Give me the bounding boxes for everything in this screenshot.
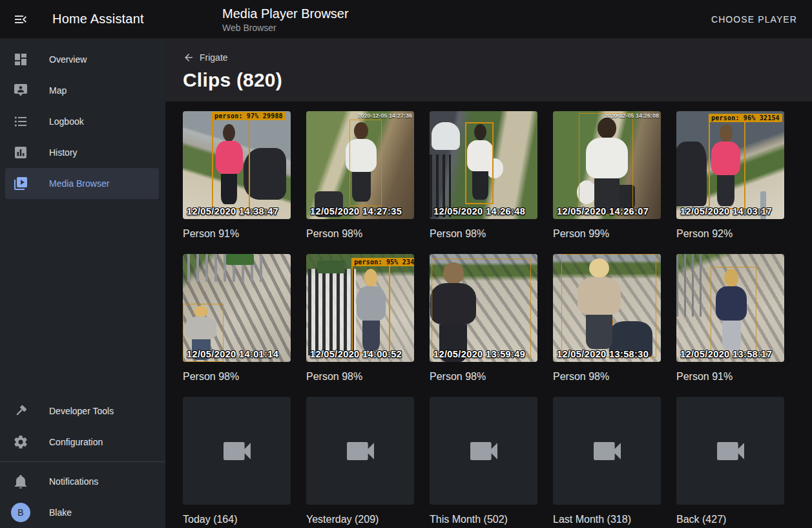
clip-timestamp: 12/05/2020 14:00:52 [310,349,402,359]
menu-open-icon[interactable] [13,12,28,27]
sidebar-item-developer-tools[interactable]: Developer Tools [5,396,159,427]
sidebar-item-map[interactable]: Map [5,75,159,106]
clip-thumbnail: 2020-12-05 14:27:3612/05/2020 14:27:35 [306,111,414,219]
sidebar-item-history[interactable]: History [5,137,159,168]
sidebar-item-label: Logbook [49,116,84,127]
folder-caption: Today (164) [183,513,291,525]
sidebar-item-label: Media Browser [49,178,109,189]
clip-thumbnail: 12/05/2020 14:26:48 [430,111,537,219]
sidebar-item-user[interactable]: B Blake [5,497,159,528]
clip-tile[interactable]: person: 95% 2343212/05/2020 14:00:52 Per… [306,254,414,383]
detection-bounding-box: person: 97% 29988 [212,119,249,209]
clip-timestamp: 12/05/2020 14:26:07 [557,206,649,216]
breadcrumb[interactable]: Frigate [183,52,228,63]
clip-thumbnail: 12/05/2020 13:58:17 [676,254,784,362]
clip-timestamp: 12/05/2020 13:58:17 [680,349,772,359]
clip-thumbnail: 12/05/2020 13:58:30 [553,254,661,362]
folder-tile-back-427[interactable]: Back (427) [676,397,784,525]
user-name: Blake [49,507,72,518]
clip-timestamp: 12/05/2020 14:38:47 [187,206,278,216]
app-title: Home Assistant [52,12,144,26]
hammer-icon [13,403,28,419]
clip-caption: Person 91% [183,227,291,240]
video-camera-icon [466,433,502,469]
camera-osd-top: 2020-12-05 14:27:36 [357,112,412,119]
shell: OverviewMapLogbookHistoryMedia Browser D… [0,39,812,528]
scene-shape [308,269,355,355]
sidebar-main-items: OverviewMapLogbookHistoryMedia Browser [0,44,165,199]
folder-tile-last-month-318[interactable]: Last Month (318) [553,397,661,525]
app-root: Home Assistant Media Player Browser Web … [0,0,812,528]
choose-player-button[interactable]: CHOOSE PLAYER [706,9,802,30]
detection-bounding-box [432,259,531,358]
clip-caption: Person 92% [676,227,784,240]
clip-caption: Person 98% [430,370,537,383]
detection-bounding-box: person: 96% 32154 [709,121,745,209]
content: person: 97% 2998812/05/2020 14:38:47 Per… [165,101,812,528]
video-camera-icon [219,433,255,469]
sidebar-item-label: Map [49,85,67,96]
folder-thumbnail [306,397,414,505]
sidebar-item-configuration[interactable]: Configuration [5,427,159,458]
clip-caption: Person 99% [553,227,661,240]
clip-tile[interactable]: 12/05/2020 13:58:17 Person 91% [676,254,784,383]
sidebar-item-label: Developer Tools [49,406,114,416]
video-camera-icon [713,433,749,469]
folder-thumbnail [183,397,291,505]
clips-title: Clips (820) [183,69,812,91]
sidebar-divider [0,461,165,462]
topbar-left: Home Assistant [0,12,165,27]
clip-timestamp: 12/05/2020 13:58:30 [557,349,649,359]
sidebar: OverviewMapLogbookHistoryMedia Browser D… [0,39,165,528]
format-list-bulleted-icon [13,114,28,129]
sidebar-item-label: Notifications [49,476,98,487]
video-camera-icon [589,433,625,469]
sidebar-item-logbook[interactable]: Logbook [5,106,159,137]
play-box-multiple-icon [13,176,28,191]
sidebar-item-notifications[interactable]: Notifications [5,466,159,497]
page-title: Media Player Browser [222,6,706,21]
clip-caption: Person 98% [306,370,414,383]
sidebar-item-label: Overview [49,54,87,65]
clip-tile[interactable]: 2020-12-05 14:26:0812/05/2020 14:26:07 P… [553,111,661,240]
dialog-header: Media Player Browser Web Browser [165,6,706,33]
clip-tile[interactable]: 12/05/2020 14:26:48 Person 98% [430,111,537,240]
page-subtitle: Web Browser [222,23,706,33]
clip-thumbnail: person: 95% 2343212/05/2020 14:00:52 [306,254,414,362]
folder-tile-yesterday-209[interactable]: Yesterday (209) [306,397,414,525]
clip-tile[interactable]: person: 96% 3215412/05/2020 14:03:17 Per… [676,111,784,240]
folder-caption: Yesterday (209) [306,513,414,525]
arrow-left-icon [183,52,194,63]
sidebar-spacer [0,199,165,396]
clip-timestamp: 12/05/2020 14:03:17 [680,206,772,216]
sidebar-item-label: History [49,147,78,158]
chart-box-icon [13,145,28,160]
folder-thumbnail [676,397,784,505]
detection-bounding-box [349,120,382,206]
folder-thumbnail [553,397,661,505]
clip-tile[interactable]: 12/05/2020 13:58:30 Person 98% [553,254,661,383]
main-header: Frigate Clips (820) [165,39,812,101]
clip-timestamp: 12/05/2020 14:01:14 [187,349,278,359]
tooltip-account-icon [13,83,28,98]
clip-tile[interactable]: 12/05/2020 14:01:14 Person 98% [183,254,291,383]
sidebar-item-overview[interactable]: Overview [5,44,159,75]
video-camera-icon [342,433,379,469]
clip-tile[interactable]: 12/05/2020 13:59:49 Person 98% [430,254,537,383]
clip-timestamp: 12/05/2020 14:26:48 [433,206,525,216]
folder-tile-today-164[interactable]: Today (164) [183,397,291,525]
avatar: B [11,503,30,522]
folder-tile-this-month-502[interactable]: This Month (502) [430,397,537,525]
clip-caption: Person 98% [306,227,414,240]
clip-tile[interactable]: person: 97% 2998812/05/2020 14:38:47 Per… [183,111,291,240]
clip-tile[interactable]: 2020-12-05 14:27:3612/05/2020 14:27:35 P… [306,111,414,240]
main-area: Frigate Clips (820) person: 97% 2998812/… [165,39,812,528]
scene-shape [676,142,707,206]
breadcrumb-label: Frigate [200,52,228,63]
clips-grid: person: 97% 2998812/05/2020 14:38:47 Per… [183,111,802,528]
sidebar-item-media-browser[interactable]: Media Browser [5,168,159,199]
detection-bounding-box [561,254,656,357]
detection-label: person: 96% 32154 [709,114,782,122]
bell-icon [13,474,28,489]
clip-caption: Person 91% [676,370,784,383]
